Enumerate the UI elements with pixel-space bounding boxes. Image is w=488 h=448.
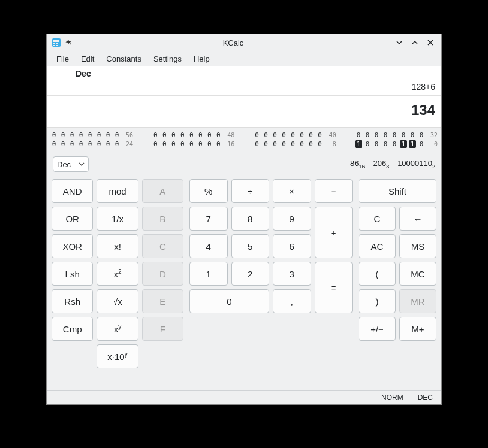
five-button[interactable]: 5 [231, 234, 270, 258]
bit-toggle[interactable]: 0 [86, 140, 94, 148]
bit-toggle[interactable]: 0 [254, 140, 261, 148]
power-button[interactable]: xy [97, 317, 138, 341]
bit-toggle[interactable]: 0 [206, 131, 213, 139]
rsh-button[interactable]: Rsh [52, 289, 93, 313]
bit-toggle[interactable]: 0 [373, 140, 380, 148]
sqrt-button[interactable]: √x [97, 289, 138, 313]
clear-button[interactable]: C [359, 207, 396, 231]
memory-recall-button[interactable]: MR [399, 289, 436, 313]
square-button[interactable]: x2 [97, 262, 138, 286]
xor-button[interactable]: XOR [52, 234, 93, 258]
bit-toggle[interactable]: 0 [206, 140, 213, 148]
bit-toggle[interactable]: 0 [272, 131, 279, 139]
mod-button[interactable]: mod [97, 179, 138, 203]
bit-toggle[interactable]: 0 [400, 131, 407, 139]
percent-button[interactable]: % [189, 179, 228, 203]
bit-toggle[interactable]: 0 [215, 131, 222, 139]
seven-button[interactable]: 7 [189, 207, 228, 231]
bit-toggle[interactable]: 0 [299, 131, 306, 139]
cmp-button[interactable]: Cmp [52, 317, 93, 341]
bit-toggle[interactable]: 0 [95, 131, 103, 139]
bit-toggle[interactable]: 0 [113, 131, 121, 139]
bit-toggle[interactable]: 0 [382, 131, 389, 139]
bit-toggle[interactable]: 0 [95, 140, 103, 148]
minimize-button[interactable] [393, 37, 405, 49]
sci-notation-button[interactable]: x·10y [97, 344, 138, 368]
bit-toggle[interactable]: 0 [272, 140, 279, 148]
bit-toggle[interactable]: 0 [373, 131, 380, 139]
bit-toggle[interactable]: 0 [317, 140, 324, 148]
bit-toggle[interactable]: 0 [418, 131, 425, 139]
two-button[interactable]: 2 [231, 262, 270, 286]
lsh-button[interactable]: Lsh [52, 262, 93, 286]
bit-toggle[interactable]: 0 [308, 140, 315, 148]
close-button[interactable] [424, 37, 436, 49]
bit-toggle[interactable]: 0 [77, 131, 85, 139]
six-button[interactable]: 6 [273, 234, 311, 258]
plus-minus-button[interactable]: +/− [359, 317, 396, 341]
bit-toggle[interactable]: 0 [382, 140, 389, 148]
c-button[interactable]: C [142, 234, 183, 258]
left-paren-button[interactable]: ( [359, 262, 396, 286]
menu-edit[interactable]: Edit [75, 52, 100, 66]
bit-toggle[interactable]: 0 [59, 140, 67, 148]
b-button[interactable]: B [142, 207, 183, 231]
bit-toggle[interactable]: 0 [364, 140, 371, 148]
shift-button[interactable]: Shift [359, 179, 436, 203]
pin-icon[interactable] [65, 38, 73, 47]
bit-toggle[interactable]: 0 [50, 131, 58, 139]
menu-file[interactable]: File [50, 52, 75, 66]
bit-toggle[interactable]: 0 [197, 131, 204, 139]
bit-toggle[interactable]: 1 [409, 140, 416, 148]
bit-toggle[interactable]: 0 [409, 131, 416, 139]
bit-toggle[interactable]: 0 [391, 131, 398, 139]
bit-toggle[interactable]: 0 [188, 131, 195, 139]
memory-clear-button[interactable]: MC [399, 262, 436, 286]
backspace-button[interactable]: ← [399, 207, 436, 231]
bit-toggle[interactable]: 0 [290, 140, 297, 148]
bit-toggle[interactable]: 0 [86, 131, 94, 139]
or-button[interactable]: OR [52, 207, 93, 231]
divide-button[interactable]: ÷ [231, 179, 270, 203]
bit-toggle[interactable]: 0 [68, 140, 76, 148]
add-button[interactable]: + [315, 207, 353, 258]
bit-toggle[interactable]: 0 [161, 140, 168, 148]
bit-toggle[interactable]: 0 [281, 131, 288, 139]
and-button[interactable]: AND [52, 179, 93, 203]
bit-toggle[interactable]: 0 [254, 131, 261, 139]
nine-button[interactable]: 9 [273, 207, 311, 231]
bit-toggle[interactable]: 0 [104, 140, 112, 148]
menu-help[interactable]: Help [188, 52, 216, 66]
zero-button[interactable]: 0 [189, 289, 269, 313]
reciprocal-button[interactable]: 1/x [97, 207, 138, 231]
bit-toggle[interactable]: 0 [188, 140, 195, 148]
bit-toggle[interactable]: 0 [263, 131, 270, 139]
a-button[interactable]: A [142, 179, 183, 203]
all-clear-button[interactable]: AC [359, 234, 396, 258]
bit-toggle[interactable]: 0 [299, 140, 306, 148]
bit-toggle[interactable]: 0 [290, 131, 297, 139]
bit-toggle[interactable]: 0 [215, 140, 222, 148]
e-button[interactable]: E [142, 289, 183, 313]
factorial-button[interactable]: x! [97, 234, 138, 258]
bit-toggle[interactable]: 0 [113, 140, 121, 148]
bit-toggle[interactable]: 0 [50, 140, 58, 148]
bit-toggle[interactable]: 0 [308, 131, 315, 139]
right-paren-button[interactable]: ) [359, 289, 396, 313]
bit-toggle[interactable]: 0 [263, 140, 270, 148]
bit-toggle[interactable]: 0 [68, 131, 76, 139]
bit-toggle[interactable]: 0 [170, 140, 177, 148]
menu-settings[interactable]: Settings [147, 52, 188, 66]
bit-toggle[interactable]: 1 [355, 140, 362, 148]
bit-toggle[interactable]: 0 [179, 140, 186, 148]
bit-toggle[interactable]: 1 [400, 140, 407, 148]
one-button[interactable]: 1 [189, 262, 228, 286]
bit-toggle[interactable]: 0 [161, 131, 168, 139]
bit-toggle[interactable]: 0 [59, 131, 67, 139]
bit-toggle[interactable]: 0 [355, 131, 362, 139]
base-select[interactable]: Dec [53, 156, 89, 172]
bit-toggle[interactable]: 0 [152, 131, 159, 139]
menu-constants[interactable]: Constants [100, 52, 147, 66]
d-button[interactable]: D [142, 262, 183, 286]
bit-toggle[interactable]: 0 [364, 131, 371, 139]
